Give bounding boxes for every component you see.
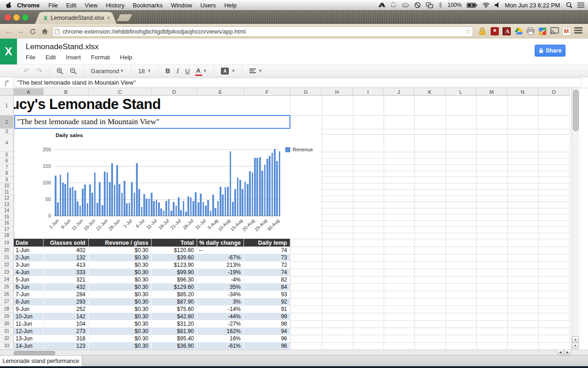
bookmark-star-icon[interactable]: ☆: [465, 27, 471, 35]
table-row[interactable]: 7-Jun284$0.30$85.20-34%93: [14, 291, 290, 298]
table-cell[interactable]: $96.30: [152, 276, 197, 283]
table-cell[interactable]: $0.30: [89, 335, 152, 342]
table-cell[interactable]: -27%: [197, 320, 244, 328]
table-cell[interactable]: 293: [44, 298, 89, 305]
browser-tab[interactable]: X LemonadeStand.xlsx ×: [35, 12, 117, 24]
column-header-D[interactable]: D: [152, 88, 197, 96]
row-header-30[interactable]: 30: [0, 320, 14, 328]
table-cell[interactable]: $39.60: [152, 254, 197, 261]
table-row[interactable]: 12-Jun273$0.30$81.90162%94: [14, 328, 290, 335]
menu-clock[interactable]: Mon Jun 23 6:22 PM: [504, 2, 561, 9]
table-cell[interactable]: 93: [244, 291, 290, 298]
row-header-2[interactable]: 2: [0, 115, 14, 129]
battery-icon[interactable]: [467, 3, 477, 8]
table-row[interactable]: 4-Jun333$0.30$99.90-19%74: [14, 269, 290, 276]
table-cell[interactable]: 8-Jun: [14, 298, 44, 305]
table-cell[interactable]: -67%: [197, 254, 244, 261]
column-header-E[interactable]: E: [197, 88, 244, 96]
mac-menu-users[interactable]: Users: [196, 2, 220, 9]
column-header-M[interactable]: M: [476, 88, 507, 96]
bell-icon[interactable]: [390, 2, 396, 8]
row-header-6[interactable]: 6: [0, 158, 14, 165]
table-cell[interactable]: -34%: [197, 291, 244, 298]
table-row[interactable]: 14-Jun123$0.30$36.90-61%96: [14, 342, 290, 350]
table-cell[interactable]: 92: [244, 298, 290, 305]
row-header-20[interactable]: 20: [0, 247, 14, 254]
table-cell[interactable]: 413: [44, 261, 89, 269]
table-cell[interactable]: -44%: [197, 313, 244, 320]
table-cell[interactable]: 104: [44, 320, 89, 328]
column-header-N[interactable]: N: [507, 88, 538, 96]
table-cell[interactable]: 142: [44, 313, 89, 320]
table-cell[interactable]: 12-Jun: [14, 328, 44, 335]
table-cell[interactable]: 7-Jun: [14, 291, 44, 298]
drive-extension-icon[interactable]: [514, 27, 523, 35]
row-header-29[interactable]: 29: [0, 313, 14, 320]
table-cell[interactable]: $36.90: [152, 342, 197, 350]
minimize-window-button[interactable]: [13, 14, 20, 21]
row-header-8[interactable]: 8: [0, 171, 14, 177]
address-bar[interactable]: chrome-extension://ehibbfinohgbchlgdbfpi…: [52, 26, 473, 37]
row-header-1[interactable]: 1: [0, 96, 14, 115]
table-cell[interactable]: $0.30: [89, 305, 152, 313]
font-family-dropdown[interactable]: Garamond▼: [88, 68, 127, 75]
fill-color-button[interactable]: A▼: [218, 68, 238, 75]
bold-button[interactable]: B: [162, 67, 173, 75]
table-cell[interactable]: $0.30: [89, 313, 152, 320]
row-header-10[interactable]: 10: [0, 183, 14, 190]
redo-button[interactable]: ↷: [33, 67, 45, 75]
gmail-extension-icon[interactable]: M: [562, 27, 571, 35]
table-cell[interactable]: $0.30: [89, 261, 152, 269]
table-cell[interactable]: 432: [44, 283, 89, 291]
table-cell[interactable]: % daily change: [197, 239, 244, 247]
row-header-26[interactable]: 26: [0, 291, 14, 298]
row-header-3[interactable]: 3: [0, 129, 14, 134]
app-menu-help[interactable]: Help: [120, 54, 132, 61]
row-header-31[interactable]: 31: [0, 328, 14, 335]
row-header-12[interactable]: 12: [0, 196, 14, 202]
table-cell[interactable]: 284: [44, 291, 89, 298]
table-cell[interactable]: $31.20: [152, 320, 197, 328]
dictionary-extension-icon[interactable]: A: [503, 27, 511, 35]
data-table[interactable]: DateGlasses soldRevenue / glassTotal% da…: [14, 239, 290, 350]
row-header-13[interactable]: 13: [0, 201, 14, 208]
row-header-25[interactable]: 25: [0, 283, 14, 291]
row-header-32[interactable]: 32: [0, 335, 14, 342]
new-tab-button[interactable]: [117, 14, 132, 21]
document-title[interactable]: LemonadeStand.xlsx: [26, 42, 99, 52]
forward-button[interactable]: →: [15, 27, 27, 36]
mac-menu-bookmarks[interactable]: Bookmarks: [129, 2, 167, 9]
table-header-row[interactable]: DateGlasses soldRevenue / glassTotal% da…: [14, 239, 290, 247]
sheet-tab-active[interactable]: Lemonade stand performance: [0, 356, 82, 366]
table-cell[interactable]: 402: [44, 247, 89, 254]
table-cell[interactable]: 74: [244, 247, 290, 254]
table-cell[interactable]: Glasses sold: [44, 239, 89, 247]
row-header-11[interactable]: 11: [0, 189, 14, 196]
row-header-23[interactable]: 23: [0, 269, 14, 276]
row-header-21[interactable]: 21: [0, 254, 14, 261]
home-button[interactable]: [39, 28, 51, 34]
column-header-F[interactable]: F: [244, 88, 290, 96]
column-header-O[interactable]: O: [538, 88, 570, 96]
table-cell[interactable]: $129.60: [152, 283, 197, 291]
table-row[interactable]: 8-Jun293$0.30$87.903%92: [14, 298, 290, 305]
table-cell[interactable]: $75.60: [152, 305, 197, 313]
table-cell[interactable]: --: [197, 247, 244, 254]
row-header-24[interactable]: 24: [0, 276, 14, 283]
table-cell[interactable]: 3%: [197, 298, 244, 305]
url-text[interactable]: chrome-extension://ehibbfinohgbchlgdbfpi…: [62, 28, 465, 35]
table-cell[interactable]: -14%: [197, 305, 244, 313]
notification-center-icon[interactable]: [577, 2, 584, 8]
table-cell[interactable]: 9-Jun: [14, 305, 44, 313]
app-menu-edit[interactable]: Edit: [45, 54, 56, 61]
row-header-15[interactable]: 15: [0, 214, 14, 220]
table-cell[interactable]: $0.30: [89, 283, 152, 291]
photo-editor-extension-icon[interactable]: [538, 27, 547, 35]
table-cell[interactable]: 91: [244, 305, 290, 313]
back-button[interactable]: ←: [3, 27, 15, 36]
volume-icon[interactable]: [495, 2, 499, 8]
app-menu-insert[interactable]: Insert: [66, 54, 81, 61]
table-cell[interactable]: 273: [44, 328, 89, 335]
table-cell[interactable]: 11-Jun: [14, 320, 44, 328]
table-cell[interactable]: 82: [244, 276, 290, 283]
